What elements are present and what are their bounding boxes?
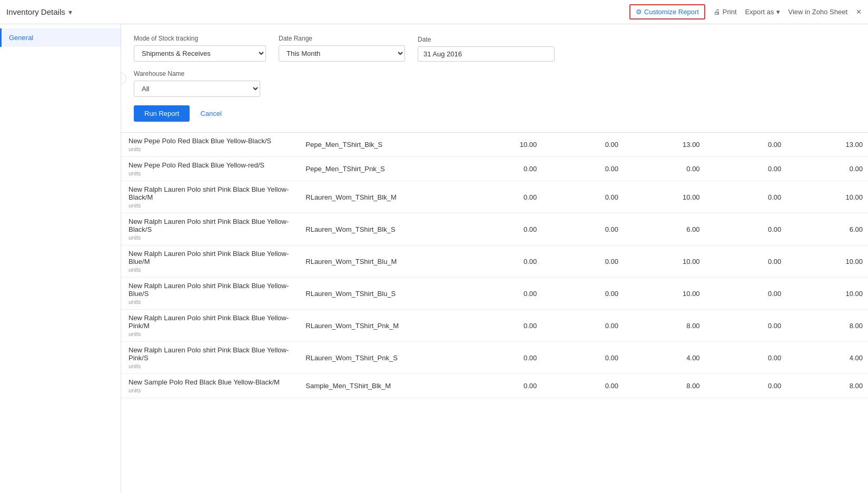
item-name: New Ralph Lauren Polo shirt Pink Black B… xyxy=(121,181,300,202)
item-unit: units xyxy=(121,267,300,277)
warehouse-select[interactable]: All xyxy=(134,81,260,97)
item-name-cell: New Ralph Lauren Polo shirt Pink Black B… xyxy=(121,213,300,245)
item-name-cell: New Pepe Polo Red Black Blue Yellow-red/… xyxy=(121,157,300,181)
item-col2: 0.00 xyxy=(542,342,624,374)
item-col3: 10.00 xyxy=(624,181,705,213)
item-name: New Ralph Lauren Polo shirt Pink Black B… xyxy=(121,245,300,267)
item-unit: units xyxy=(121,331,300,341)
table-row: New Ralph Lauren Polo shirt Pink Black B… xyxy=(121,245,868,278)
item-col1: 0.00 xyxy=(461,310,542,342)
item-name: New Pepe Polo Red Black Blue Yellow-Blac… xyxy=(121,133,300,146)
item-col5: 8.00 xyxy=(786,310,868,342)
item-sku: RLauren_Wom_TShirt_Pnk_S xyxy=(300,342,460,374)
item-sku: Sample_Men_TShirt_Blk_M xyxy=(300,374,460,398)
collapse-icon[interactable]: ✕ xyxy=(856,8,862,16)
item-col1: 0.00 xyxy=(461,181,542,213)
sidebar: General xyxy=(0,24,121,493)
item-col2: 0.00 xyxy=(542,157,624,181)
item-unit: units xyxy=(121,387,300,398)
item-col3: 4.00 xyxy=(624,342,705,374)
item-unit: units xyxy=(121,234,300,245)
filter-panel: ‹ Mode of Stock tracking Shipments & Rec… xyxy=(121,24,868,133)
stock-tracking-select[interactable]: Shipments & Receives Sales Orders & Purc… xyxy=(134,45,266,62)
table-row: New Ralph Lauren Polo shirt Pink Black B… xyxy=(121,278,868,310)
table-row: New Ralph Lauren Polo shirt Pink Black B… xyxy=(121,181,868,213)
item-sku: RLauren_Wom_TShirt_Blk_S xyxy=(300,213,460,245)
item-col2: 0.00 xyxy=(542,245,624,278)
item-col5: 10.00 xyxy=(786,181,868,213)
run-report-button[interactable]: Run Report xyxy=(134,105,190,122)
item-sku: Pepe_Men_TShirt_Blk_S xyxy=(300,133,460,157)
item-col2: 0.00 xyxy=(542,374,624,398)
customize-report-button[interactable]: ⚙ Customize Report xyxy=(629,4,705,19)
item-sku: RLauren_Wom_TShirt_Pnk_M xyxy=(300,310,460,342)
chevron-down-icon[interactable] xyxy=(68,8,72,16)
warehouse-label: Warehouse Name xyxy=(134,70,260,77)
item-col2: 0.00 xyxy=(542,133,624,157)
export-button[interactable]: Export as ▾ xyxy=(745,8,780,16)
item-col3: 0.00 xyxy=(624,157,705,181)
item-name: New Ralph Lauren Polo shirt Pink Black B… xyxy=(121,278,300,299)
item-name-cell: New Ralph Lauren Polo shirt Pink Black B… xyxy=(121,181,300,213)
item-col1: 0.00 xyxy=(461,278,542,310)
table-row: New Ralph Lauren Polo shirt Pink Black B… xyxy=(121,342,868,374)
item-col1: 10.00 xyxy=(461,133,542,157)
item-name-cell: New Ralph Lauren Polo shirt Pink Black B… xyxy=(121,310,300,342)
item-col3: 8.00 xyxy=(624,374,705,398)
item-col4: 0.00 xyxy=(705,181,787,213)
chevron-down-icon: ▾ xyxy=(776,8,780,16)
item-name: New Sample Polo Red Black Blue Yellow-Bl… xyxy=(121,374,300,387)
table-row: New Sample Polo Red Black Blue Yellow-Bl… xyxy=(121,374,868,398)
item-name-cell: New Sample Polo Red Black Blue Yellow-Bl… xyxy=(121,374,300,398)
item-col4: 0.00 xyxy=(705,278,787,310)
date-input[interactable] xyxy=(418,46,555,62)
date-label: Date xyxy=(418,36,555,43)
item-name-cell: New Pepe Polo Red Black Blue Yellow-Blac… xyxy=(121,133,300,157)
table-row: New Ralph Lauren Polo shirt Pink Black B… xyxy=(121,213,868,245)
date-range-select[interactable]: This Month Last Month This Quarter Custo… xyxy=(279,45,405,62)
cancel-button[interactable]: Cancel xyxy=(195,105,226,122)
item-unit: units xyxy=(121,146,300,156)
filter-row-1: Mode of Stock tracking Shipments & Recei… xyxy=(134,35,855,62)
zoho-sheet-button[interactable]: View in Zoho Sheet xyxy=(788,8,848,16)
main-layout: General ‹ Mode of Stock tracking Shipmen… xyxy=(0,24,868,493)
table-row: New Pepe Polo Red Black Blue Yellow-Blac… xyxy=(121,133,868,157)
app-header: Inventory Details ⚙ Customize Report 🖨 P… xyxy=(0,0,868,24)
sidebar-item-general[interactable]: General xyxy=(0,28,121,47)
item-col4: 0.00 xyxy=(705,133,787,157)
item-col2: 0.00 xyxy=(542,278,624,310)
item-col1: 0.00 xyxy=(461,245,542,278)
item-sku: Pepe_Men_TShirt_Pnk_S xyxy=(300,157,460,181)
action-row: Run Report Cancel xyxy=(134,105,855,122)
item-col5: 6.00 xyxy=(786,213,868,245)
item-col3: 13.00 xyxy=(624,133,705,157)
content-area: ‹ Mode of Stock tracking Shipments & Rec… xyxy=(121,24,868,493)
item-col4: 0.00 xyxy=(705,245,787,278)
item-sku: RLauren_Wom_TShirt_Blu_M xyxy=(300,245,460,278)
item-col5: 10.00 xyxy=(786,245,868,278)
collapse-button[interactable]: ‹ xyxy=(121,73,126,84)
item-col4: 0.00 xyxy=(705,213,787,245)
inventory-table: New Pepe Polo Red Black Blue Yellow-Blac… xyxy=(121,133,868,398)
date-group: Date xyxy=(418,36,555,62)
item-col5: 8.00 xyxy=(786,374,868,398)
item-name: New Pepe Polo Red Black Blue Yellow-red/… xyxy=(121,157,300,170)
item-col4: 0.00 xyxy=(705,342,787,374)
item-name-cell: New Ralph Lauren Polo shirt Pink Black B… xyxy=(121,278,300,310)
date-range-label: Date Range xyxy=(279,35,405,42)
table-row: New Pepe Polo Red Black Blue Yellow-red/… xyxy=(121,157,868,181)
warehouse-group: Warehouse Name All xyxy=(134,70,260,97)
item-col2: 0.00 xyxy=(542,310,624,342)
item-col3: 6.00 xyxy=(624,213,705,245)
item-name: New Ralph Lauren Polo shirt Pink Black B… xyxy=(121,310,300,331)
item-unit: units xyxy=(121,202,300,213)
item-col5: 4.00 xyxy=(786,342,868,374)
item-col2: 0.00 xyxy=(542,181,624,213)
print-button[interactable]: 🖨 Print xyxy=(714,8,737,16)
print-icon: 🖨 xyxy=(714,8,721,16)
item-col1: 0.00 xyxy=(461,342,542,374)
item-col5: 0.00 xyxy=(786,157,868,181)
item-col3: 10.00 xyxy=(624,245,705,278)
table-area: New Pepe Polo Red Black Blue Yellow-Blac… xyxy=(121,133,868,398)
gear-icon: ⚙ xyxy=(636,8,642,16)
